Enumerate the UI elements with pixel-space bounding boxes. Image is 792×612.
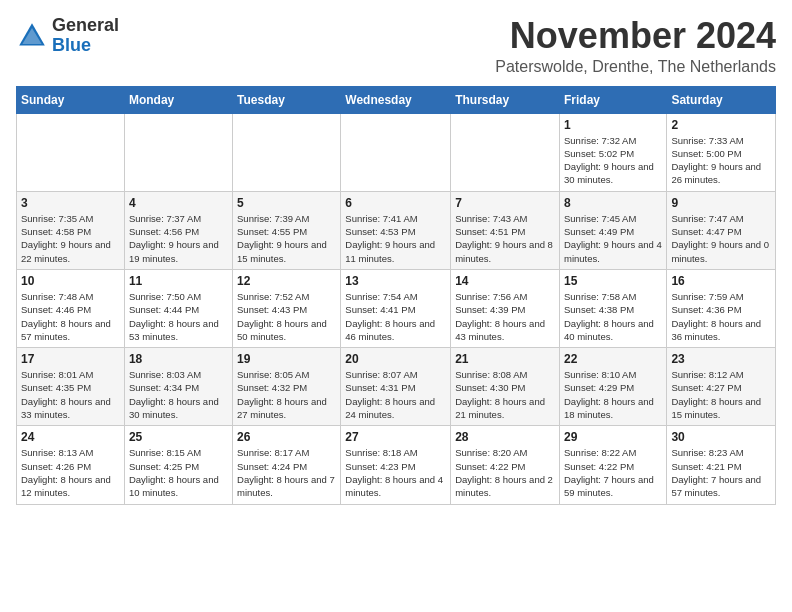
weekday-header-cell: Sunday [17, 86, 125, 113]
day-detail: Sunrise: 7:39 AM Sunset: 4:55 PM Dayligh… [237, 212, 336, 265]
day-detail: Sunrise: 8:13 AM Sunset: 4:26 PM Dayligh… [21, 446, 120, 499]
day-detail: Sunrise: 8:03 AM Sunset: 4:34 PM Dayligh… [129, 368, 228, 421]
calendar-week-row: 3Sunrise: 7:35 AM Sunset: 4:58 PM Daylig… [17, 191, 776, 269]
weekday-header-cell: Tuesday [233, 86, 341, 113]
day-number: 8 [564, 196, 662, 210]
calendar-cell: 13Sunrise: 7:54 AM Sunset: 4:41 PM Dayli… [341, 269, 451, 347]
day-number: 3 [21, 196, 120, 210]
weekday-header-cell: Wednesday [341, 86, 451, 113]
day-number: 5 [237, 196, 336, 210]
calendar-week-row: 1Sunrise: 7:32 AM Sunset: 5:02 PM Daylig… [17, 113, 776, 191]
day-detail: Sunrise: 7:37 AM Sunset: 4:56 PM Dayligh… [129, 212, 228, 265]
calendar-cell: 20Sunrise: 8:07 AM Sunset: 4:31 PM Dayli… [341, 348, 451, 426]
day-number: 15 [564, 274, 662, 288]
day-detail: Sunrise: 7:48 AM Sunset: 4:46 PM Dayligh… [21, 290, 120, 343]
calendar-cell: 14Sunrise: 7:56 AM Sunset: 4:39 PM Dayli… [451, 269, 560, 347]
day-detail: Sunrise: 7:56 AM Sunset: 4:39 PM Dayligh… [455, 290, 555, 343]
calendar-body: 1Sunrise: 7:32 AM Sunset: 5:02 PM Daylig… [17, 113, 776, 504]
day-detail: Sunrise: 8:20 AM Sunset: 4:22 PM Dayligh… [455, 446, 555, 499]
day-number: 2 [671, 118, 771, 132]
calendar-week-row: 10Sunrise: 7:48 AM Sunset: 4:46 PM Dayli… [17, 269, 776, 347]
calendar-cell: 23Sunrise: 8:12 AM Sunset: 4:27 PM Dayli… [667, 348, 776, 426]
calendar-cell: 6Sunrise: 7:41 AM Sunset: 4:53 PM Daylig… [341, 191, 451, 269]
location-title: Paterswolde, Drenthe, The Netherlands [495, 58, 776, 76]
day-detail: Sunrise: 8:01 AM Sunset: 4:35 PM Dayligh… [21, 368, 120, 421]
weekday-header-cell: Monday [124, 86, 232, 113]
day-detail: Sunrise: 8:23 AM Sunset: 4:21 PM Dayligh… [671, 446, 771, 499]
month-title: November 2024 [495, 16, 776, 56]
page-header: General Blue November 2024 Paterswolde, … [16, 16, 776, 76]
day-number: 21 [455, 352, 555, 366]
day-detail: Sunrise: 7:35 AM Sunset: 4:58 PM Dayligh… [21, 212, 120, 265]
calendar-cell: 1Sunrise: 7:32 AM Sunset: 5:02 PM Daylig… [559, 113, 666, 191]
calendar-cell: 16Sunrise: 7:59 AM Sunset: 4:36 PM Dayli… [667, 269, 776, 347]
day-detail: Sunrise: 8:22 AM Sunset: 4:22 PM Dayligh… [564, 446, 662, 499]
calendar-cell: 17Sunrise: 8:01 AM Sunset: 4:35 PM Dayli… [17, 348, 125, 426]
calendar-cell [341, 113, 451, 191]
day-detail: Sunrise: 8:08 AM Sunset: 4:30 PM Dayligh… [455, 368, 555, 421]
calendar-cell: 12Sunrise: 7:52 AM Sunset: 4:43 PM Dayli… [233, 269, 341, 347]
day-number: 10 [21, 274, 120, 288]
weekday-header-cell: Friday [559, 86, 666, 113]
calendar-cell: 28Sunrise: 8:20 AM Sunset: 4:22 PM Dayli… [451, 426, 560, 504]
calendar-cell: 22Sunrise: 8:10 AM Sunset: 4:29 PM Dayli… [559, 348, 666, 426]
day-detail: Sunrise: 8:07 AM Sunset: 4:31 PM Dayligh… [345, 368, 446, 421]
day-detail: Sunrise: 7:52 AM Sunset: 4:43 PM Dayligh… [237, 290, 336, 343]
weekday-header-row: SundayMondayTuesdayWednesdayThursdayFrid… [17, 86, 776, 113]
calendar-cell [17, 113, 125, 191]
day-number: 4 [129, 196, 228, 210]
day-detail: Sunrise: 8:05 AM Sunset: 4:32 PM Dayligh… [237, 368, 336, 421]
day-number: 18 [129, 352, 228, 366]
calendar-cell: 26Sunrise: 8:17 AM Sunset: 4:24 PM Dayli… [233, 426, 341, 504]
day-number: 23 [671, 352, 771, 366]
day-number: 20 [345, 352, 446, 366]
day-number: 19 [237, 352, 336, 366]
day-number: 1 [564, 118, 662, 132]
calendar-cell: 2Sunrise: 7:33 AM Sunset: 5:00 PM Daylig… [667, 113, 776, 191]
weekday-header-cell: Saturday [667, 86, 776, 113]
calendar-week-row: 17Sunrise: 8:01 AM Sunset: 4:35 PM Dayli… [17, 348, 776, 426]
day-number: 16 [671, 274, 771, 288]
day-number: 7 [455, 196, 555, 210]
day-detail: Sunrise: 7:32 AM Sunset: 5:02 PM Dayligh… [564, 134, 662, 187]
calendar-cell: 19Sunrise: 8:05 AM Sunset: 4:32 PM Dayli… [233, 348, 341, 426]
calendar-cell: 18Sunrise: 8:03 AM Sunset: 4:34 PM Dayli… [124, 348, 232, 426]
logo-blue-text: Blue [52, 35, 91, 55]
calendar-cell: 11Sunrise: 7:50 AM Sunset: 4:44 PM Dayli… [124, 269, 232, 347]
day-detail: Sunrise: 8:18 AM Sunset: 4:23 PM Dayligh… [345, 446, 446, 499]
weekday-header-cell: Thursday [451, 86, 560, 113]
calendar-cell [233, 113, 341, 191]
calendar-week-row: 24Sunrise: 8:13 AM Sunset: 4:26 PM Dayli… [17, 426, 776, 504]
day-detail: Sunrise: 7:59 AM Sunset: 4:36 PM Dayligh… [671, 290, 771, 343]
calendar-cell: 25Sunrise: 8:15 AM Sunset: 4:25 PM Dayli… [124, 426, 232, 504]
day-number: 9 [671, 196, 771, 210]
day-detail: Sunrise: 7:41 AM Sunset: 4:53 PM Dayligh… [345, 212, 446, 265]
day-detail: Sunrise: 8:15 AM Sunset: 4:25 PM Dayligh… [129, 446, 228, 499]
day-detail: Sunrise: 7:33 AM Sunset: 5:00 PM Dayligh… [671, 134, 771, 187]
calendar-cell [451, 113, 560, 191]
calendar-cell: 5Sunrise: 7:39 AM Sunset: 4:55 PM Daylig… [233, 191, 341, 269]
calendar-cell: 7Sunrise: 7:43 AM Sunset: 4:51 PM Daylig… [451, 191, 560, 269]
day-detail: Sunrise: 8:10 AM Sunset: 4:29 PM Dayligh… [564, 368, 662, 421]
calendar-cell: 10Sunrise: 7:48 AM Sunset: 4:46 PM Dayli… [17, 269, 125, 347]
calendar-table: SundayMondayTuesdayWednesdayThursdayFrid… [16, 86, 776, 505]
logo: General Blue [16, 16, 119, 56]
day-detail: Sunrise: 7:43 AM Sunset: 4:51 PM Dayligh… [455, 212, 555, 265]
day-number: 24 [21, 430, 120, 444]
day-detail: Sunrise: 7:45 AM Sunset: 4:49 PM Dayligh… [564, 212, 662, 265]
day-number: 6 [345, 196, 446, 210]
day-detail: Sunrise: 8:17 AM Sunset: 4:24 PM Dayligh… [237, 446, 336, 499]
day-number: 25 [129, 430, 228, 444]
logo-general-text: General [52, 15, 119, 35]
day-detail: Sunrise: 7:50 AM Sunset: 4:44 PM Dayligh… [129, 290, 228, 343]
day-number: 27 [345, 430, 446, 444]
calendar-cell: 8Sunrise: 7:45 AM Sunset: 4:49 PM Daylig… [559, 191, 666, 269]
calendar-cell: 15Sunrise: 7:58 AM Sunset: 4:38 PM Dayli… [559, 269, 666, 347]
day-number: 29 [564, 430, 662, 444]
calendar-cell: 21Sunrise: 8:08 AM Sunset: 4:30 PM Dayli… [451, 348, 560, 426]
day-number: 13 [345, 274, 446, 288]
calendar-cell: 4Sunrise: 7:37 AM Sunset: 4:56 PM Daylig… [124, 191, 232, 269]
calendar-cell: 30Sunrise: 8:23 AM Sunset: 4:21 PM Dayli… [667, 426, 776, 504]
day-number: 30 [671, 430, 771, 444]
day-number: 12 [237, 274, 336, 288]
